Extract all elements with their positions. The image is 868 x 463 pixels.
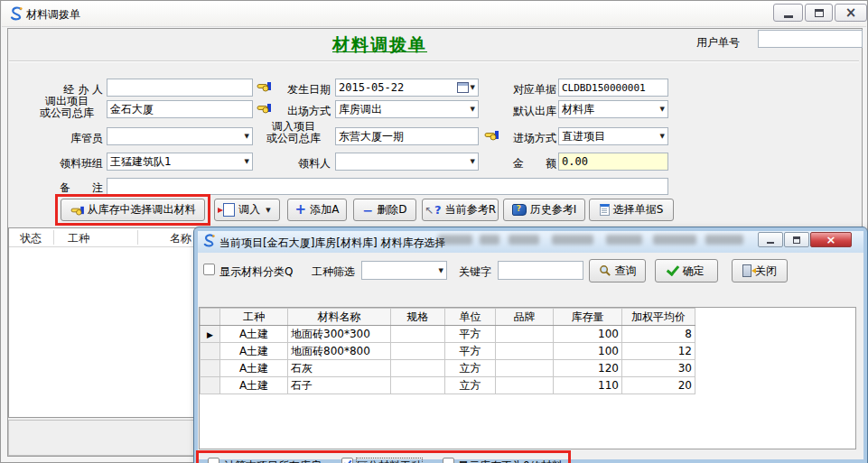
column-status: 状态 [20,231,42,246]
inventory-header-row: 工种 材料名称 规格 单位 品牌 库存量 加权平均价 [201,309,695,326]
dropdown-arrow-icon: ▼ [658,106,665,113]
plus-icon: + [295,203,307,217]
row-marker-icon: ▶ [207,330,213,339]
col-weighted-avg-price[interactable]: 加权平均价 [622,309,695,326]
date-field[interactable]: 2015-05-22 ▼ [335,79,479,97]
user-no-field[interactable] [758,30,863,48]
dialog-titlebar[interactable]: 当前项目[金石大厦]库房[材料库] 材料库存选择 × [198,231,863,253]
cursor-icon: ↖ [425,205,434,216]
inventory-dialog: 当前项目[金石大厦]库房[材料库] 材料库存选择 × 显示材料分类Q 工种筛选 … [194,227,867,463]
exit-door-icon [742,264,751,277]
dialog-close-button[interactable]: × [810,232,852,247]
col-material-name[interactable]: 材料名称 [288,309,391,326]
doc-no-label: 对应单据 [500,82,556,97]
col-stock-qty[interactable]: 库存量 [554,309,622,326]
in-method-label: 进场方式 [500,131,556,146]
calendar-icon[interactable] [457,82,469,93]
keyword-input[interactable] [498,261,583,280]
out-method-dropdown[interactable]: 库房调出▼ [335,100,479,118]
dialog-body: 显示材料分类Q 工种筛选 ▼ 关键字 查询 确定 关闭 [198,253,863,459]
question-icon: ? [434,204,442,216]
close-button[interactable]: × [835,4,867,22]
minimize-button[interactable] [773,4,803,22]
current-row-marker: ▶ [201,326,220,343]
col-unit[interactable]: 单位 [445,309,496,326]
col-worktype[interactable]: 工种 [220,309,288,326]
team-dropdown[interactable]: 王猛建筑队1▼ [107,153,253,171]
keeper-label: 库管员 [19,131,103,146]
worktype-filter-dropdown[interactable]: ▼ [361,261,447,280]
column-name: 名称 [170,231,191,246]
in-method-dropdown[interactable]: 直进项目▼ [558,127,668,145]
maximize-button[interactable] [805,4,833,22]
default-store-dropdown[interactable]: 材料库▼ [558,100,668,118]
in-project-field[interactable]: 东营大厦一期 [335,127,479,145]
distinguish-worktype-checkbox[interactable] [341,458,353,463]
row-selector [201,343,220,360]
column-divider [53,230,54,245]
page-title: 材料调拨单 [1,33,759,57]
table-row[interactable]: A土建石灰 立方 120 30 [201,360,695,377]
highlight-select-material-annotation [55,194,210,226]
dropdown-arrow-icon: ▼ [469,158,475,165]
add-button[interactable]: + 添加A [287,199,347,221]
show-nonzero-stock-label: 显示库存不为0的材料 [458,458,563,463]
delete-button[interactable]: − 删除D [353,199,416,221]
col-spec[interactable]: 规格 [391,309,445,326]
calc-all-warehouses-checkbox[interactable] [208,458,219,463]
dropdown-arrow-icon: ▼ [658,133,665,140]
table-row[interactable]: ▶ A土建地面砖300*300 平方 100 8 [201,326,695,343]
date-label: 发生日期 [275,82,331,97]
table-row[interactable]: A土建地面砖800*800 平方 100 12 [201,343,695,360]
dropdown-arrow-icon: ▼ [469,106,475,113]
operator-field[interactable] [107,79,253,97]
team-label: 领料班组 [19,156,103,171]
app-logo-icon [9,6,23,21]
minimize-icon [784,15,793,18]
query-button[interactable]: 查询 [589,259,646,282]
picker-hand-icon[interactable] [257,80,271,92]
dialog-minimize-button[interactable] [758,232,783,247]
restore-icon [815,9,824,17]
ok-button[interactable]: 确定 [655,259,718,282]
doc-no-field[interactable]: CLDBD150000001 [558,79,668,97]
calc-all-warehouses-label: 计算本项目所有库房 [224,458,322,463]
header-separator [9,60,859,62]
transfer-in-button[interactable]: 调入 ▼ [214,199,280,221]
book-icon [512,204,527,216]
show-nonzero-stock-checkbox[interactable] [443,458,454,463]
row-selector-header [201,309,220,326]
close-dialog-button[interactable]: 关闭 [732,259,788,282]
window-title: 材料调拨单 [26,7,80,23]
close-icon: × [826,234,836,245]
redacted-text [552,235,593,245]
row-selector [201,377,220,394]
redacted-text [509,235,539,245]
show-category-label: 显示材料分类Q [219,264,293,280]
table-row[interactable]: A土建石子 立方 110 20 [201,377,695,394]
dropdown-arrow-icon: ▼ [243,133,249,140]
app-logo-icon [202,234,216,247]
picker-hand-icon[interactable] [257,102,271,114]
picker-dropdown[interactable]: ▼ [335,153,479,171]
notepad-icon [600,204,610,216]
keeper-dropdown[interactable]: ▼ [107,127,253,145]
search-icon [599,264,611,277]
out-project-field[interactable]: 金石大厦 [107,100,253,118]
col-brand[interactable]: 品牌 [496,309,554,326]
select-document-button[interactable]: 选择单据S [589,199,674,221]
main-titlebar[interactable]: 材料调拨单 × [2,1,866,27]
inventory-table[interactable]: 工种 材料名称 规格 单位 品牌 库存量 加权平均价 ▶ A土建地面砖300*3… [200,308,695,394]
date-dropdown-arrow-icon[interactable]: ▼ [469,84,475,91]
keyword-label: 关键字 [459,264,491,280]
history-reference-button[interactable]: 历史参考I [503,199,585,221]
show-category-checkbox[interactable] [203,264,215,275]
amount-field[interactable]: 0.00 [558,153,668,171]
minimize-icon [767,242,774,244]
dialog-maximize-button[interactable] [784,232,809,247]
picker-hand-icon[interactable] [484,129,499,141]
remark-field[interactable] [107,178,668,195]
redacted-text [606,235,642,245]
picker-label: 领料人 [275,156,331,171]
current-reference-button[interactable]: ↖? 当前参考R [422,199,499,221]
